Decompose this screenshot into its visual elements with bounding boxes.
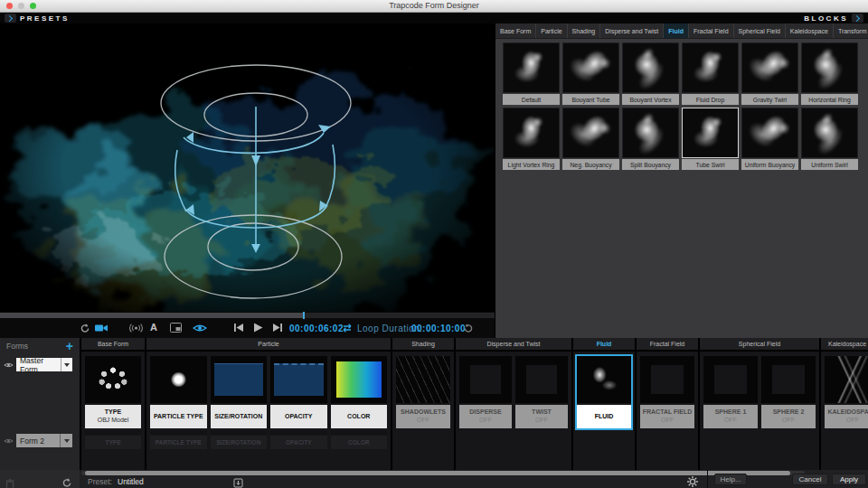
blocks-drawer-button[interactable]: BLOCKS (804, 13, 863, 23)
tab-transform[interactable]: Transform (834, 23, 868, 38)
preset-thumbnail (503, 108, 560, 158)
visibility-eye-icon[interactable] (4, 361, 14, 369)
group-base-form: Base Form TYPEOBJ Model TYPE (81, 338, 145, 470)
save-preset-icon[interactable] (233, 475, 243, 488)
preset-default[interactable]: Default (503, 42, 560, 105)
help-button[interactable]: Help... (714, 474, 747, 485)
particle-render (0, 23, 495, 312)
form-row-master: Master Form (4, 358, 72, 371)
footer-bar: Preset: Untitled Help... Cancel Apply (0, 470, 868, 488)
tab-disperse-and-twist[interactable]: Disperse and Twist (600, 23, 664, 38)
text-overlay-icon[interactable]: A (150, 322, 163, 333)
trash-icon[interactable] (5, 476, 14, 488)
form2-block-color[interactable]: COLOR (331, 431, 388, 449)
preset-thumbnail (562, 108, 619, 158)
block-color[interactable]: COLOR COLOR (331, 356, 388, 470)
preview-window-icon[interactable] (170, 323, 183, 334)
camera-icon[interactable] (95, 323, 108, 334)
block-kaleidospace[interactable]: KALEIDOSPACEOFF (825, 356, 868, 470)
tab-shading[interactable]: Shading (568, 23, 601, 38)
preset-label: Preset: (88, 477, 112, 486)
form2-block-particle-type[interactable]: PARTICLE TYPE (150, 431, 207, 449)
block-shadowlets[interactable]: SHADOWLETSOFF (396, 356, 450, 470)
loop-duration-value: 00:00:10:00 (411, 324, 466, 333)
preset-uniform-buoyancy[interactable]: Uniform Buoyancy (741, 108, 798, 170)
preset-split-bouyancy[interactable]: Split Bouyancy (622, 108, 679, 170)
gear-icon[interactable] (687, 474, 698, 488)
block-twist[interactable]: TWISTOFF (515, 356, 568, 470)
chevron-right-icon (5, 14, 16, 23)
preset-bouyant-tube[interactable]: Bouyant Tube (562, 42, 619, 105)
block-sphere-1[interactable]: SPHERE 1OFF (703, 356, 758, 470)
reset-loop-icon[interactable] (463, 323, 476, 334)
preset-horizontal-ring[interactable]: Horizontal Ring (801, 42, 858, 105)
kaleidospace-thumbnail (825, 356, 868, 403)
timeline-scrubber[interactable] (0, 312, 495, 319)
preset-light-vortex-ring[interactable]: Light Vortex Ring (503, 108, 560, 170)
play-button[interactable] (253, 323, 266, 334)
preset-uniform-swirl[interactable]: Uniform Swirl (801, 108, 858, 170)
block-size-rotation[interactable]: SIZE/ROTATION SIZE/ROTATION (211, 356, 268, 470)
block-particle-type[interactable]: PARTICLE TYPE PARTICLE TYPE (150, 356, 207, 470)
block-opacity[interactable]: OPACITY OPACITY (270, 356, 327, 470)
form-row-2: Form 2 (4, 434, 72, 447)
tab-fluid[interactable]: Fluid (664, 23, 689, 38)
form2-block-size-rotation[interactable]: SIZE/ROTATION (211, 431, 268, 449)
tab-kaleidospace[interactable]: Kaleidospace (786, 23, 834, 38)
group-disperse-and-twist: Disperse and Twist DISPERSEOFF TWISTOFF (456, 338, 571, 470)
go-to-end-button[interactable] (272, 323, 285, 334)
motion-blur-icon[interactable] (129, 323, 142, 334)
preset-thumbnail (741, 108, 798, 158)
particle-type-thumbnail (150, 356, 207, 403)
tab-spherical-field[interactable]: Spherical Field (734, 23, 786, 38)
group-spherical-field: Spherical Field SPHERE 1OFF SPHERE 2OFF (700, 338, 819, 470)
form-select-master[interactable]: Master Form (16, 358, 72, 371)
preview-viewport[interactable] (0, 23, 495, 312)
presets-drawer-button[interactable]: PRESETS (5, 13, 70, 23)
go-to-start-button[interactable] (233, 323, 246, 334)
apply-button[interactable]: Apply (832, 474, 866, 485)
preset-fluid-drop[interactable]: Fluid Drop (682, 42, 739, 105)
size-rotation-thumbnail (211, 356, 268, 403)
form2-block-opacity[interactable]: OPACITY (270, 431, 327, 449)
preset-thumbnail (562, 42, 619, 93)
form-select-2[interactable]: Form 2 (16, 434, 72, 447)
preset-tube-swirl[interactable]: Tube Swirl (682, 108, 739, 170)
blocks-panel: Base Form Particle Shading Disperse and … (495, 23, 868, 338)
visibility-eye-icon[interactable] (193, 323, 205, 334)
chevron-right-icon (852, 14, 863, 23)
block-fractal-field[interactable]: FRACTAL FIELDOFF (640, 356, 694, 470)
sphere-1-thumbnail (703, 356, 758, 403)
tab-particle[interactable]: Particle (536, 23, 567, 38)
sphere-2-thumbnail (761, 356, 816, 403)
preset-gravity-twirl[interactable]: Gravity Twirl (741, 42, 798, 105)
block-disperse[interactable]: DISPERSEOFF (459, 356, 512, 470)
current-time: 00:00:06:02 (289, 324, 344, 333)
block-type[interactable]: TYPEOBJ Model TYPE (85, 356, 141, 470)
scrollbar-thumb[interactable] (85, 471, 790, 475)
preset-bouyant-vortex[interactable]: Bouyant Vortex (622, 42, 679, 105)
visibility-eye-icon[interactable] (4, 437, 14, 445)
group-particle: Particle PARTICLE TYPE PARTICLE TYPE SIZ… (146, 338, 391, 470)
tab-base-form[interactable]: Base Form (495, 23, 536, 38)
cancel-button[interactable]: Cancel (792, 474, 828, 485)
footer-divider (707, 470, 708, 488)
group-fractal-field: Fractal Field FRACTAL FIELDOFF (637, 338, 698, 470)
tab-fractal-field[interactable]: Fractal Field (689, 23, 734, 38)
undo-icon[interactable] (61, 475, 72, 488)
preset-thumbnail (682, 108, 739, 158)
opacity-thumbnail (270, 356, 327, 403)
preset-thumbnail (801, 42, 858, 93)
blocks-label: BLOCKS (804, 14, 848, 23)
forms-panel: Forms + Master Form Form 2 (0, 338, 80, 470)
fractal-field-thumbnail (640, 356, 694, 403)
loop-icon[interactable] (341, 323, 354, 334)
add-form-button[interactable]: + (66, 339, 73, 353)
playhead[interactable] (303, 312, 305, 319)
reset-view-icon[interactable] (80, 323, 92, 334)
form2-block-type[interactable]: TYPE (85, 431, 141, 449)
preset-thumbnail (622, 42, 679, 93)
block-fluid[interactable]: FLUID (577, 356, 631, 470)
block-sphere-2[interactable]: SPHERE 2OFF (761, 356, 816, 470)
preset-neg-buoyancy[interactable]: Neg. Buoyancy (562, 108, 619, 170)
